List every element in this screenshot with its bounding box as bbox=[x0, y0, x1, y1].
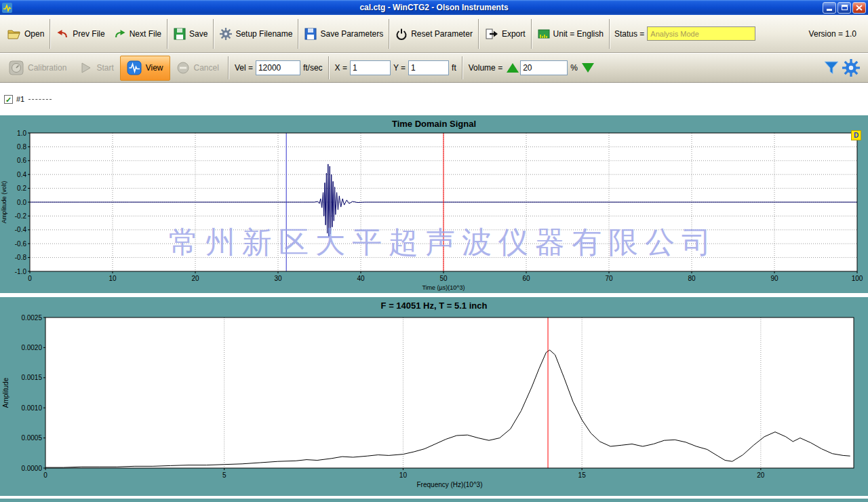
settings-gear-icon bbox=[842, 59, 860, 77]
svg-text:0.0025: 0.0025 bbox=[21, 314, 42, 322]
maximize-button[interactable] bbox=[837, 2, 851, 14]
save-button[interactable]: Save bbox=[170, 18, 212, 50]
volume-down-button[interactable] bbox=[580, 62, 595, 74]
svg-text:0.8: 0.8 bbox=[17, 143, 26, 151]
separator bbox=[298, 19, 299, 49]
svg-text:0.2: 0.2 bbox=[17, 185, 26, 192]
time-domain-plot[interactable]: 01020304050607080901001.00.80.60.40.20.0… bbox=[0, 115, 868, 293]
svg-text:Amplitude (volt): Amplitude (volt) bbox=[1, 181, 7, 224]
velocity-unit-label: ft/sec bbox=[303, 63, 323, 73]
export-button[interactable]: Export bbox=[481, 18, 530, 50]
time-domain-title: Time Domain Signal bbox=[0, 119, 868, 129]
svg-text:20: 20 bbox=[191, 275, 199, 282]
calibration-button[interactable]: Calibration bbox=[3, 56, 73, 81]
svg-text:-0.6: -0.6 bbox=[15, 240, 27, 248]
svg-text:Frequency (Hz)(10^3): Frequency (Hz)(10^3) bbox=[417, 481, 483, 488]
cancel-label: Cancel bbox=[194, 63, 219, 73]
svg-text:60: 60 bbox=[522, 275, 530, 282]
frequency-spectrum-title: F = 14051 Hz, T = 5.1 inch bbox=[0, 301, 868, 311]
status-field[interactable] bbox=[647, 26, 755, 41]
reset-parameter-button[interactable]: Reset Parameter bbox=[391, 18, 477, 50]
separator bbox=[389, 19, 390, 49]
velocity-label: Vel = bbox=[235, 63, 253, 73]
svg-text:1.0: 1.0 bbox=[17, 130, 26, 137]
y-input[interactable] bbox=[408, 60, 449, 75]
filter-button[interactable] bbox=[822, 58, 841, 77]
svg-text:80: 80 bbox=[688, 275, 696, 282]
main-toolbar: Open Prev File Next File Save Setup File… bbox=[0, 15, 868, 53]
next-file-button[interactable]: Next File bbox=[109, 18, 165, 50]
svg-text:40: 40 bbox=[357, 275, 365, 282]
separator bbox=[228, 56, 229, 79]
next-arrow-icon bbox=[113, 28, 126, 40]
unit-ruler-icon bbox=[538, 28, 550, 40]
save-parameters-floppy-icon bbox=[304, 28, 317, 40]
svg-text:0.6: 0.6 bbox=[17, 157, 26, 164]
prev-file-button[interactable]: Prev File bbox=[52, 18, 108, 50]
save-parameters-button[interactable]: Save Parameters bbox=[300, 18, 387, 50]
svg-text:-0.2: -0.2 bbox=[15, 212, 27, 220]
start-button[interactable]: Start bbox=[73, 56, 119, 81]
volume-up-button[interactable] bbox=[505, 62, 520, 74]
separator bbox=[167, 19, 168, 49]
export-arrow-icon bbox=[485, 28, 498, 40]
svg-text:10: 10 bbox=[399, 471, 408, 479]
svg-text:Amplitude: Amplitude bbox=[2, 377, 9, 408]
unit-label: Unit = English bbox=[553, 29, 604, 39]
separator bbox=[609, 19, 610, 49]
title-bar[interactable]: cal.ctg - WinCTG2 - Olson Instruments bbox=[0, 0, 868, 15]
power-reset-icon bbox=[395, 28, 408, 40]
svg-text:-1.0: -1.0 bbox=[15, 268, 27, 275]
svg-text:5: 5 bbox=[222, 471, 226, 479]
waveform-icon bbox=[127, 60, 142, 75]
close-button[interactable] bbox=[852, 2, 866, 14]
volume-label: Volume = bbox=[469, 63, 502, 73]
settings-button[interactable] bbox=[841, 58, 861, 78]
svg-text:90: 90 bbox=[770, 275, 778, 282]
legend-row: ✓ #1 bbox=[0, 83, 868, 115]
channel-1-checkbox[interactable]: ✓ bbox=[4, 95, 13, 104]
velocity-input[interactable] bbox=[256, 60, 300, 75]
cancel-button[interactable]: Cancel bbox=[170, 56, 225, 81]
open-label: Open bbox=[24, 29, 44, 39]
separator bbox=[462, 56, 463, 79]
x-input[interactable] bbox=[350, 60, 391, 75]
version-label: Version = 1.0 bbox=[809, 29, 856, 39]
reset-parameter-label: Reset Parameter bbox=[411, 29, 473, 39]
up-triangle-icon bbox=[507, 63, 519, 73]
setup-filename-button[interactable]: Setup Filename bbox=[216, 18, 296, 50]
svg-text:0.0005: 0.0005 bbox=[21, 434, 42, 442]
save-label: Save bbox=[189, 29, 208, 39]
frequency-spectrum-plot[interactable]: 051015200.00000.00050.00100.00150.00200.… bbox=[0, 297, 868, 496]
separator bbox=[531, 19, 532, 49]
volume-input[interactable] bbox=[520, 60, 568, 75]
separator bbox=[50, 19, 51, 49]
setup-filename-label: Setup Filename bbox=[235, 29, 292, 39]
xy-unit-label: ft bbox=[452, 63, 456, 73]
export-label: Export bbox=[502, 29, 526, 39]
open-button[interactable]: Open bbox=[3, 18, 48, 50]
down-triangle-icon bbox=[582, 63, 594, 73]
d-badge[interactable]: D bbox=[851, 130, 861, 140]
y-label: Y = bbox=[393, 63, 406, 73]
minimize-button[interactable] bbox=[823, 2, 836, 14]
maximize-icon bbox=[842, 5, 848, 10]
separator bbox=[328, 56, 330, 79]
svg-text:0.0020: 0.0020 bbox=[21, 344, 42, 351]
next-file-label: Next File bbox=[130, 29, 161, 39]
prev-arrow-icon bbox=[56, 28, 69, 40]
channel-1-label: #1 bbox=[16, 95, 24, 103]
svg-text:0.0000: 0.0000 bbox=[21, 465, 42, 472]
app-icon bbox=[2, 3, 12, 13]
cancel-circle-icon bbox=[176, 61, 190, 75]
separator bbox=[478, 19, 479, 49]
unit-button[interactable]: Unit = English bbox=[534, 18, 608, 50]
volume-unit-label: % bbox=[570, 63, 578, 73]
svg-text:10: 10 bbox=[108, 275, 117, 282]
separator bbox=[213, 19, 214, 49]
svg-text:30: 30 bbox=[274, 275, 282, 282]
view-button[interactable]: View bbox=[120, 56, 170, 81]
gear-icon bbox=[220, 28, 232, 40]
close-icon bbox=[856, 5, 863, 11]
view-label: View bbox=[146, 63, 163, 73]
